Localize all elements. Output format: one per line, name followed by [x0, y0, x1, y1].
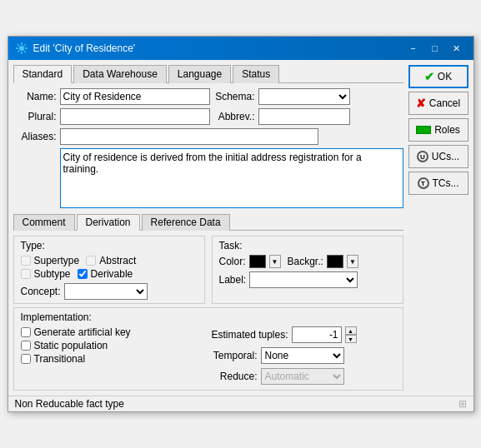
transitional-label: Transitional — [34, 353, 86, 365]
aliases-row: Aliases: — [13, 128, 403, 145]
aliases-label: Aliases: — [13, 131, 57, 142]
inner-tab-reference-data[interactable]: Reference Data — [142, 214, 230, 231]
aliases-input[interactable] — [60, 128, 318, 145]
derivable-checkbox[interactable] — [78, 269, 88, 279]
inner-tabs: Comment Derivation Reference Data — [13, 214, 403, 231]
tcs-icon: T — [418, 177, 429, 189]
ucs-label: UCs... — [432, 151, 459, 162]
inner-tab-comment[interactable]: Comment — [13, 214, 75, 231]
impl-right: Estimated tuples: ▲ ▼ Temporal: None — [212, 326, 396, 386]
inner-tab-derivation[interactable]: Derivation — [77, 214, 140, 231]
tcs-button[interactable]: T TCs... — [408, 172, 468, 195]
spin-up-btn[interactable]: ▲ — [345, 326, 357, 335]
backgr-label: Backgr.: — [288, 256, 323, 267]
subtype-row: Subtype Derivable — [21, 268, 198, 280]
impl-top: Generate artificial key Static populatio… — [21, 326, 396, 386]
roles-button[interactable]: Roles — [408, 118, 468, 142]
tcs-label: TCs... — [433, 177, 459, 189]
color-dropdown-btn[interactable]: ▼ — [269, 255, 281, 268]
status-text: Non Reducable fact type — [15, 398, 124, 410]
concept-select[interactable] — [64, 283, 148, 300]
impl-title: Implementation: — [21, 311, 396, 323]
svg-line-5 — [18, 44, 20, 47]
ok-button[interactable]: ✔ OK — [408, 65, 468, 88]
label-row: Label: — [219, 271, 396, 288]
title-bar-left: Edit 'City of Residence' — [15, 42, 136, 55]
abbrev-label: Abbrev.: — [213, 111, 255, 122]
cancel-label: Cancel — [429, 97, 460, 109]
svg-point-0 — [19, 46, 24, 51]
plural-row: Plural: Abbrev.: — [13, 108, 403, 125]
type-title: Type: — [21, 240, 198, 251]
name-input[interactable] — [60, 88, 210, 105]
type-box: Type: Supertype Abstract Subtype Derivab… — [13, 236, 205, 304]
window-title: Edit 'City of Residence' — [33, 42, 136, 54]
roles-label: Roles — [434, 124, 460, 136]
plural-input[interactable] — [60, 108, 210, 125]
subtype-checkbox[interactable] — [21, 269, 31, 279]
supertype-label: Supertype — [34, 255, 80, 266]
temporal-select[interactable]: None — [261, 347, 344, 364]
gen-key-row: Generate artificial key — [21, 326, 205, 338]
subtype-label: Subtype — [34, 268, 71, 280]
estimated-label: Estimated tuples: — [212, 329, 288, 341]
cancel-button[interactable]: ✘ Cancel — [408, 92, 468, 115]
static-pop-label: Static population — [34, 340, 108, 351]
spin-down-btn[interactable]: ▼ — [345, 335, 357, 343]
color-label: Color: — [219, 256, 246, 267]
resize-handle: ⊞ — [458, 398, 467, 410]
task-box: Task: Color: ▼ Backgr.: ▼ Label: — [212, 236, 403, 304]
abstract-checkbox[interactable] — [86, 256, 96, 266]
window-content: Standard Data Warehouse Language Status … — [8, 60, 473, 396]
spinner-buttons: ▲ ▼ — [345, 326, 357, 343]
main-panel: Standard Data Warehouse Language Status … — [13, 65, 403, 391]
minimize-button[interactable]: − — [403, 41, 423, 56]
main-window: Edit 'City of Residence' − □ ✕ Standard … — [8, 36, 474, 412]
ok-label: OK — [438, 71, 452, 82]
ok-check-icon: ✔ — [424, 70, 434, 83]
gen-key-checkbox[interactable] — [21, 327, 31, 337]
color-swatch[interactable] — [249, 255, 266, 268]
schema-label: Schema: — [213, 91, 255, 102]
name-label: Name: — [13, 91, 57, 102]
title-bar: Edit 'City of Residence' − □ ✕ — [8, 37, 473, 60]
close-button[interactable]: ✕ — [447, 41, 467, 56]
concept-label: Concept: — [21, 286, 61, 297]
transitional-checkbox[interactable] — [21, 354, 31, 364]
cancel-x-icon: ✘ — [416, 97, 426, 110]
tab-standard[interactable]: Standard — [13, 65, 73, 83]
tab-data-warehouse[interactable]: Data Warehouse — [73, 65, 167, 83]
static-pop-row: Static population — [21, 340, 205, 351]
roles-icon — [416, 126, 431, 134]
schema-select[interactable] — [258, 88, 350, 105]
tab-status[interactable]: Status — [233, 65, 279, 83]
abbrev-input[interactable] — [258, 108, 350, 125]
estimated-input[interactable] — [292, 326, 342, 343]
status-bar: Non Reducable fact type ⊞ — [8, 396, 473, 411]
supertype-checkbox[interactable] — [21, 256, 31, 266]
reduce-select[interactable]: Automatic — [261, 368, 344, 385]
tab-language[interactable]: Language — [168, 65, 231, 83]
main-tabs: Standard Data Warehouse Language Status — [13, 65, 403, 83]
color-row: Color: ▼ Backgr.: ▼ — [219, 255, 396, 268]
impl-box: Implementation: Generate artificial key … — [13, 307, 403, 391]
supertype-row: Supertype Abstract — [21, 255, 198, 266]
side-buttons: ✔ OK ✘ Cancel Roles U UCs... T TCs... — [408, 65, 468, 391]
app-icon — [15, 42, 28, 55]
ucs-button[interactable]: U UCs... — [408, 145, 468, 168]
transitional-row: Transitional — [21, 353, 205, 365]
impl-left: Generate artificial key Static populatio… — [21, 326, 205, 386]
maximize-button[interactable]: □ — [425, 41, 445, 56]
backgr-swatch[interactable] — [327, 255, 343, 268]
comment-textarea[interactable]: City of residence is derived from the in… — [60, 148, 403, 208]
reduce-row: Reduce: Automatic — [212, 368, 396, 385]
plural-label: Plural: — [13, 111, 57, 122]
task-title: Task: — [219, 240, 396, 251]
concept-row: Concept: — [21, 283, 198, 300]
label-select[interactable] — [249, 271, 358, 288]
temporal-label: Temporal: — [212, 350, 258, 361]
static-pop-checkbox[interactable] — [21, 341, 31, 351]
ucs-icon: U — [417, 151, 428, 162]
backgr-dropdown-btn[interactable]: ▼ — [347, 255, 358, 268]
comment-wrapper: City of residence is derived from the in… — [60, 148, 403, 211]
